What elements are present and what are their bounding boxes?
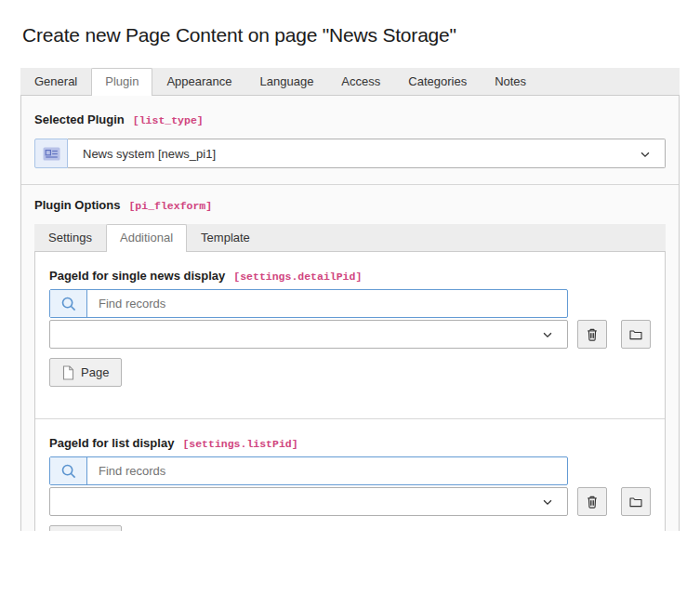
chevron-down-icon — [639, 148, 652, 161]
search-icon — [60, 296, 77, 312]
page-button-label: Page — [81, 365, 109, 379]
list-pid-field: PageId for list display [settings.listPi… — [35, 419, 665, 531]
plugin-tab-panel: Selected Plugin [list_type] News system … — [20, 95, 680, 531]
tab-plugin[interactable]: Plugin — [91, 68, 152, 96]
newspaper-icon — [43, 147, 60, 161]
list-pid-select-row — [49, 487, 651, 516]
page-button[interactable]: Page — [49, 525, 122, 531]
tab-language[interactable]: Language — [246, 68, 328, 95]
selected-plugin-field: News system [news_pi1] — [34, 139, 666, 168]
selected-plugin-label: Selected Plugin — [34, 112, 125, 126]
plugin-icon-addon — [34, 139, 68, 168]
chevron-down-icon — [541, 328, 554, 341]
detail-pid-label: PageId for single news display — [49, 269, 225, 283]
list-pid-label: PageId for list display — [49, 436, 174, 450]
detail-pid-field-code: [settings.detailPid] — [233, 271, 362, 283]
plugin-type-select[interactable]: News system [news_pi1] — [68, 139, 666, 168]
tab-access[interactable]: Access — [327, 68, 394, 95]
plugin-options-tab-bar: Settings Additional Template — [34, 224, 666, 251]
search-icon — [60, 463, 77, 480]
trash-icon — [585, 327, 600, 342]
page-title: Create new Page Content on page "News St… — [22, 24, 680, 46]
plugin-options-section: Plugin Options [pi_flexform] Settings Ad… — [21, 185, 679, 531]
folder-icon — [628, 495, 643, 509]
search-input[interactable] — [87, 290, 567, 317]
folder-icon — [628, 327, 643, 342]
remove-selected-button[interactable] — [577, 487, 607, 516]
search-addon — [50, 290, 87, 317]
list-pid-search — [49, 456, 568, 485]
trash-icon — [585, 495, 600, 509]
page-button[interactable]: Page — [49, 358, 122, 387]
detail-pid-select[interactable] — [49, 320, 568, 349]
tab-settings[interactable]: Settings — [34, 224, 106, 251]
detail-pid-search — [49, 289, 568, 318]
page-icon — [62, 365, 74, 380]
tab-general[interactable]: General — [20, 68, 91, 95]
chevron-down-icon — [541, 496, 554, 509]
additional-tab-panel: PageId for single news display [settings… — [34, 251, 666, 531]
detail-pid-field: PageId for single news display [settings… — [35, 252, 665, 418]
tab-notes[interactable]: Notes — [481, 68, 540, 95]
remove-selected-button[interactable] — [577, 320, 607, 349]
main-tab-bar: General Plugin Appearance Language Acces… — [20, 68, 680, 95]
tab-template[interactable]: Template — [187, 224, 264, 251]
plugin-options-label: Plugin Options — [34, 198, 120, 212]
browse-records-button[interactable] — [621, 320, 651, 349]
selected-plugin-field-code: [list_type] — [133, 114, 204, 126]
selected-plugin-section: Selected Plugin [list_type] News system … — [21, 96, 679, 184]
detail-pid-select-row — [49, 320, 651, 349]
tab-additional[interactable]: Additional — [106, 224, 187, 252]
tab-appearance[interactable]: Appearance — [152, 68, 245, 95]
search-input[interactable] — [87, 457, 567, 484]
tab-categories[interactable]: Categories — [394, 68, 481, 95]
form-area: General Plugin Appearance Language Acces… — [20, 68, 680, 531]
plugin-type-value: News system [news_pi1] — [83, 147, 216, 161]
plugin-options-field-code: [pi_flexform] — [128, 200, 212, 212]
browse-records-button[interactable] — [621, 487, 651, 516]
search-addon — [50, 457, 87, 484]
list-pid-field-code: [settings.listPid] — [182, 438, 297, 450]
list-pid-select[interactable] — [49, 487, 568, 516]
